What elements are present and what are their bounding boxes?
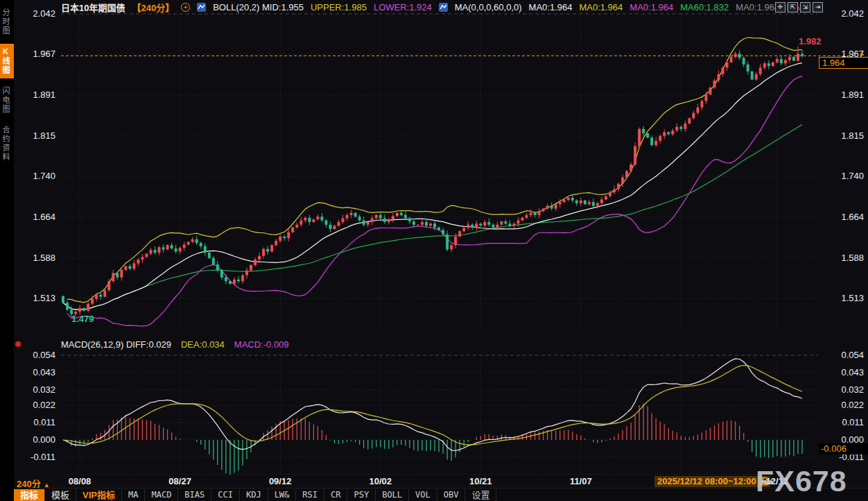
axis-tick: 0.011	[842, 417, 864, 427]
macd-last-value-box: -0.006	[819, 443, 868, 455]
zoom-y-axis-icon[interactable]: ⇲	[800, 2, 810, 12]
axis-tick: 1.815	[841, 130, 864, 141]
toolbar-item[interactable]: OBV	[437, 489, 466, 501]
header-readout: BOLL(20,2) MID:1.955	[213, 2, 304, 12]
macd-readout: DEA:0.034	[181, 339, 225, 350]
x-axis-date-label: 08/27	[149, 476, 211, 486]
toolbar-item[interactable]: MACD	[145, 489, 178, 501]
pan-icon[interactable]: ✛	[775, 2, 785, 12]
header-readout: MA0:1.964	[630, 2, 673, 12]
axis-tick: 0.000	[33, 434, 55, 445]
header-readout: MA0:1.964	[736, 2, 779, 12]
axis-tick: 1.588	[33, 253, 55, 263]
toolbar-item[interactable]: CR	[324, 489, 347, 501]
axis-tick: 1.588	[841, 253, 864, 263]
toolbar-item[interactable]: KDJ	[240, 489, 268, 501]
macd-header: MACD(26,12,9) DIFF:0.029DEA:0.034MACD:-0…	[61, 339, 289, 350]
axis-tick: 2.042	[841, 8, 864, 19]
axis-tick: 0.043	[33, 367, 55, 377]
axis-tick: 0.054	[841, 350, 864, 360]
indicator-lines	[61, 37, 857, 326]
x-axis-date-label: 09/12	[249, 476, 311, 486]
header-readout: UPPER:1.985	[311, 2, 367, 12]
axis-tick: 1.967	[33, 49, 55, 59]
sidebar-tab[interactable]: 闪电图	[0, 83, 14, 117]
macd-readout: MACD(26,12,9) DIFF:0.029	[61, 339, 171, 350]
toolbar-item[interactable]: LW&	[268, 489, 297, 501]
x-axis-date-label: 10/02	[349, 476, 412, 486]
toolbar-item[interactable]: BIAS	[178, 489, 211, 501]
zoom-x-axis-icon[interactable]: ⇱	[788, 2, 798, 12]
axis-tick: 0.043	[841, 367, 864, 377]
x-axis-date-label: 10/21	[449, 476, 512, 486]
x-axis-date-label: 11/07	[550, 476, 612, 486]
axis-tick: 1.891	[841, 90, 864, 100]
session-low-label: 1.479	[71, 314, 94, 324]
toolbar-item[interactable]: 指标	[14, 489, 45, 501]
toolbar-item[interactable]: VOL	[409, 489, 437, 501]
line-chart-icon	[197, 3, 206, 12]
session-high-label: 1.982	[799, 36, 822, 46]
chart-grid	[61, 14, 818, 475]
axis-tick: 0.022	[841, 400, 864, 410]
axis-tick: 0.032	[33, 384, 55, 395]
alert-burst-icon[interactable]: ✹	[14, 339, 22, 350]
axis-tick: 1.513	[33, 293, 55, 303]
sidebar-tab[interactable]: K线图	[0, 44, 14, 78]
candlestick-chart[interactable]	[0, 0, 868, 501]
toolbar-item[interactable]: RSI	[296, 489, 324, 501]
toolbar-item[interactable]: 模板	[45, 489, 76, 501]
price-up-arrow-icon: ▲	[858, 49, 865, 57]
toolbar-item[interactable]: BOLL	[376, 489, 409, 501]
header-readout: 【240分】	[132, 1, 174, 14]
candles-layer	[62, 46, 804, 317]
chart-header: 日本10年期国债【240分】+BOLL(20,2) MID:1.955UPPER…	[61, 2, 800, 12]
axis-tick: 1.740	[33, 171, 55, 181]
header-readout: 日本10年期国债	[61, 1, 125, 14]
toolbar-item[interactable]: PSY	[347, 489, 376, 501]
axis-tick: 1.513	[841, 293, 864, 303]
last-price-box: 1.964	[819, 57, 868, 69]
y-axis-left: 2.0421.9671.8911.8151.7401.6641.5881.513…	[14, 0, 57, 486]
axis-tick: 1.664	[33, 212, 55, 222]
exit-panel-icon[interactable]: ⇥	[813, 2, 823, 12]
header-readout: MA(0,0,0,60,0,0)	[455, 2, 522, 12]
sidebar-tab[interactable]: 合约资料	[0, 122, 14, 165]
axis-tick: 2.042	[33, 8, 55, 19]
header-readout: MA60:1.832	[680, 2, 729, 12]
header-readout: LOWER:1.924	[374, 2, 432, 12]
macd-readout: MACD:-0.009	[234, 339, 289, 350]
header-readout: MA0:1.964	[529, 2, 573, 12]
sidebar: 分时图K线图闪电图合约资料	[0, 0, 14, 501]
toolbar-item[interactable]: MA	[122, 489, 145, 501]
axis-tick: 1.740	[841, 171, 864, 181]
header-readout: MA0:1.964	[579, 2, 623, 12]
sidebar-tab[interactable]: 分时图	[0, 5, 14, 39]
x-axis: 240分▲ 2025/12/12 08:00~12:00 五 08/0808/2…	[0, 475, 868, 488]
x-axis-date-label: 08/08	[49, 476, 111, 486]
axis-tick: 0.022	[33, 400, 55, 410]
add-indicator-icon[interactable]: +	[181, 3, 190, 12]
toolbar-item[interactable]: VIP指标	[76, 489, 122, 501]
toolbar-item[interactable]: 设置	[465, 489, 496, 501]
axis-tick: 1.664	[841, 212, 864, 222]
axis-tick: 0.011	[33, 417, 55, 427]
indicator-toolbar: 指标模板VIP指标MAMACDBIASCCIKDJLW&RSICRPSYBOLL…	[14, 488, 868, 501]
y-axis-right: 2.0421.9671.8911.8151.7401.6641.5881.513…	[810, 0, 867, 486]
axis-tick: 1.891	[33, 90, 55, 100]
window-icons: ✛⇱⇲⇥	[775, 2, 823, 12]
axis-tick: 0.054	[33, 350, 55, 360]
axis-tick: -0.011	[31, 452, 55, 462]
x-axis-date-label: 12/12	[746, 476, 808, 486]
axis-tick: 0.032	[841, 384, 864, 395]
toolbar-item[interactable]: CCI	[211, 489, 240, 501]
axis-tick: 1.815	[33, 130, 55, 141]
line-chart-icon	[439, 3, 448, 12]
